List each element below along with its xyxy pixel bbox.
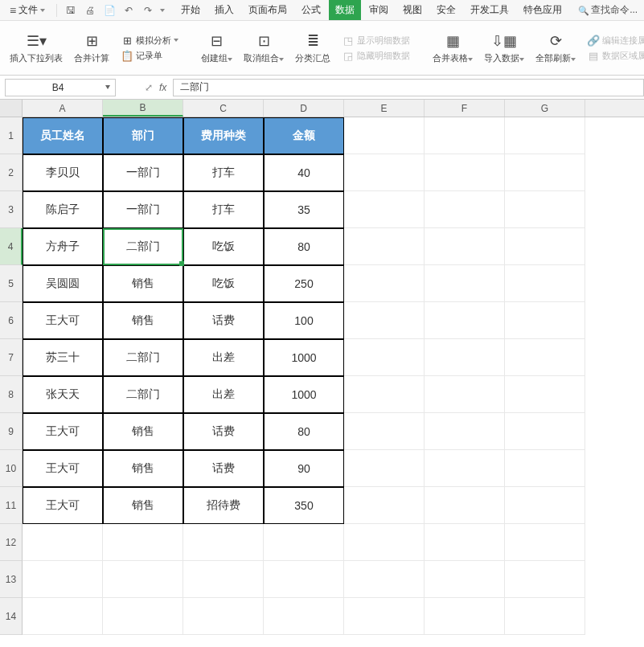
data-cell[interactable]: 出差 bbox=[183, 376, 264, 413]
row-header[interactable]: 6 bbox=[0, 302, 23, 339]
undo-icon[interactable]: ↶ bbox=[121, 3, 136, 18]
empty-cell[interactable] bbox=[103, 561, 183, 598]
data-cell[interactable]: 一部门 bbox=[103, 154, 183, 191]
insert-dropdown-button[interactable]: ☰▾ 插入下拉列表 bbox=[6, 30, 66, 66]
row-header[interactable]: 12 bbox=[0, 524, 23, 561]
data-cell[interactable]: 250 bbox=[264, 265, 344, 302]
empty-cell[interactable] bbox=[344, 524, 425, 561]
data-cell[interactable]: 吴圆圆 bbox=[23, 265, 103, 302]
empty-cell[interactable] bbox=[23, 561, 103, 598]
data-cell[interactable]: 二部门 bbox=[103, 228, 183, 265]
data-cell[interactable]: 销售 bbox=[103, 302, 183, 339]
print-icon[interactable]: 🖨 bbox=[83, 3, 97, 18]
data-cell[interactable] bbox=[344, 376, 425, 413]
data-cell[interactable]: 销售 bbox=[103, 450, 183, 487]
row-header[interactable]: 3 bbox=[0, 191, 23, 228]
data-cell[interactable] bbox=[425, 487, 505, 524]
empty-cell[interactable] bbox=[505, 524, 585, 561]
empty-cell[interactable] bbox=[264, 561, 344, 598]
tab-dev[interactable]: 开发工具 bbox=[464, 0, 515, 20]
data-cell[interactable]: 方舟子 bbox=[23, 228, 103, 265]
header-cell[interactable]: 费用种类 bbox=[183, 117, 264, 154]
data-cell[interactable]: 80 bbox=[264, 413, 344, 450]
row-header[interactable]: 10 bbox=[0, 450, 23, 487]
data-cell[interactable] bbox=[344, 302, 425, 339]
empty-cell[interactable] bbox=[23, 598, 103, 635]
data-cell[interactable] bbox=[425, 302, 505, 339]
data-cell[interactable]: 吃饭 bbox=[183, 228, 264, 265]
data-cell[interactable]: 李贝贝 bbox=[23, 154, 103, 191]
data-cell[interactable]: 1000 bbox=[264, 339, 344, 376]
data-cell[interactable]: 二部门 bbox=[103, 376, 183, 413]
tab-formula[interactable]: 公式 bbox=[295, 0, 327, 20]
data-cell[interactable] bbox=[344, 154, 425, 191]
create-group-button[interactable]: ⊟ 创建组 bbox=[198, 30, 236, 66]
data-cell[interactable] bbox=[425, 413, 505, 450]
data-cell[interactable] bbox=[425, 154, 505, 191]
empty-cell[interactable] bbox=[425, 561, 505, 598]
data-cell[interactable]: 陈启子 bbox=[23, 191, 103, 228]
row-header[interactable]: 4 bbox=[0, 228, 23, 265]
ungroup-button[interactable]: ⊡ 取消组合 bbox=[240, 30, 287, 66]
data-cell[interactable] bbox=[425, 339, 505, 376]
header-cell[interactable] bbox=[344, 117, 425, 154]
search-command[interactable]: 查找命令... bbox=[578, 3, 638, 17]
data-cell[interactable] bbox=[505, 487, 585, 524]
data-cell[interactable]: 王大可 bbox=[23, 413, 103, 450]
subtotal-button[interactable]: ≣ 分类汇总 bbox=[292, 30, 334, 66]
file-menu[interactable]: 文件 bbox=[5, 2, 50, 18]
data-cell[interactable]: 打车 bbox=[183, 154, 264, 191]
data-cell[interactable] bbox=[505, 302, 585, 339]
row-header[interactable]: 11 bbox=[0, 487, 23, 524]
formula-input[interactable]: 二部门 bbox=[173, 79, 644, 96]
row-header[interactable]: 13 bbox=[0, 561, 23, 598]
preview-icon[interactable]: 📄 bbox=[102, 3, 117, 18]
select-all-corner[interactable] bbox=[0, 100, 23, 117]
data-cell[interactable]: 二部门 bbox=[103, 339, 183, 376]
row-header[interactable]: 1 bbox=[0, 117, 23, 154]
data-cell[interactable]: 一部门 bbox=[103, 191, 183, 228]
name-box[interactable]: B4 bbox=[5, 79, 116, 96]
tab-start[interactable]: 开始 bbox=[174, 0, 207, 20]
row-header[interactable]: 2 bbox=[0, 154, 23, 191]
data-cell[interactable]: 1000 bbox=[264, 376, 344, 413]
data-cell[interactable]: 吃饭 bbox=[183, 265, 264, 302]
header-cell[interactable]: 部门 bbox=[103, 117, 183, 154]
import-data-button[interactable]: ⇩▦ 导入数据 bbox=[481, 30, 527, 66]
empty-cell[interactable] bbox=[425, 524, 505, 561]
data-cell[interactable] bbox=[505, 413, 585, 450]
data-cell[interactable]: 40 bbox=[264, 154, 344, 191]
tab-view[interactable]: 视图 bbox=[396, 0, 429, 20]
empty-cell[interactable] bbox=[183, 561, 264, 598]
save-icon[interactable]: 🖫 bbox=[64, 3, 78, 18]
data-cell[interactable] bbox=[425, 228, 505, 265]
empty-cell[interactable] bbox=[103, 598, 183, 635]
tab-security[interactable]: 安全 bbox=[430, 0, 462, 20]
tab-data[interactable]: 数据 bbox=[329, 0, 361, 20]
data-cell[interactable]: 80 bbox=[264, 228, 344, 265]
merge-table-button[interactable]: ▦ 合并表格 bbox=[429, 30, 476, 66]
col-header-B[interactable]: B bbox=[103, 100, 183, 117]
empty-cell[interactable] bbox=[344, 561, 425, 598]
data-cell[interactable]: 销售 bbox=[103, 487, 183, 524]
record-button[interactable]: 📋记录单 bbox=[121, 49, 178, 62]
refresh-all-button[interactable]: ⟳ 全部刷新 bbox=[532, 30, 579, 66]
data-cell[interactable] bbox=[505, 154, 585, 191]
data-cell[interactable]: 35 bbox=[264, 191, 344, 228]
tab-review[interactable]: 审阅 bbox=[363, 0, 395, 20]
redo-icon[interactable]: ↷ bbox=[141, 3, 155, 18]
col-header-F[interactable]: F bbox=[425, 100, 505, 117]
empty-cell[interactable] bbox=[264, 598, 344, 635]
data-cell[interactable] bbox=[505, 339, 585, 376]
data-cell[interactable] bbox=[425, 450, 505, 487]
data-cell[interactable]: 话费 bbox=[183, 413, 264, 450]
quick-dropdown-icon[interactable] bbox=[160, 9, 165, 12]
data-cell[interactable]: 90 bbox=[264, 450, 344, 487]
tab-featured[interactable]: 特色应用 bbox=[517, 0, 568, 20]
data-cell[interactable]: 打车 bbox=[183, 191, 264, 228]
data-cell[interactable] bbox=[505, 228, 585, 265]
data-cell[interactable] bbox=[505, 376, 585, 413]
empty-cell[interactable] bbox=[183, 598, 264, 635]
tab-layout[interactable]: 页面布局 bbox=[242, 0, 293, 20]
fx-label[interactable]: fx bbox=[159, 82, 166, 93]
